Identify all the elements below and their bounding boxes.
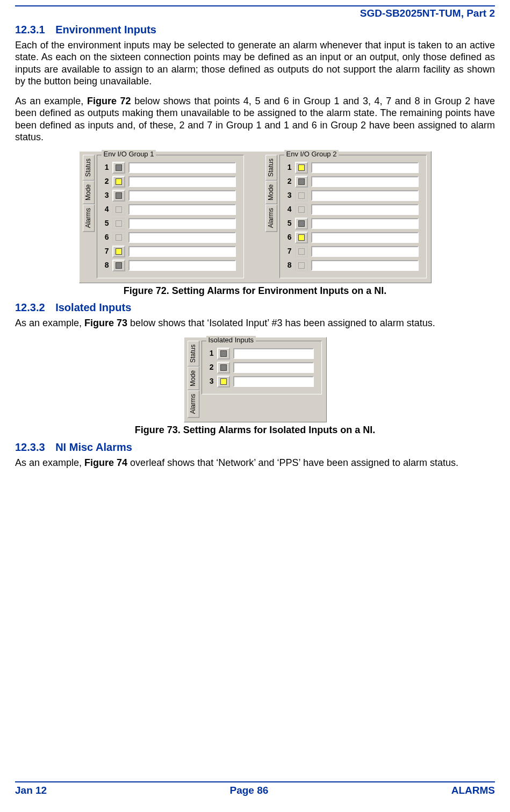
tab-mode[interactable]: Mode bbox=[265, 181, 277, 204]
footer-page: Page 86 bbox=[230, 785, 269, 797]
row-number: 6 bbox=[102, 233, 109, 242]
env-io-group-1: Status Mode Alarms Env I/O Group 1 12345… bbox=[83, 155, 244, 278]
alarm-toggle-button bbox=[295, 246, 308, 257]
io-row: 1 bbox=[102, 162, 236, 174]
alarm-toggle-button[interactable] bbox=[112, 162, 125, 174]
alarm-label-input[interactable] bbox=[128, 204, 236, 215]
alarm-label-input[interactable] bbox=[233, 376, 314, 387]
alarm-label-input[interactable] bbox=[311, 232, 419, 243]
legend-isolated: Isolated Inputs bbox=[206, 336, 256, 344]
alarm-label-input[interactable] bbox=[128, 162, 236, 173]
alarm-label-input[interactable] bbox=[128, 176, 236, 187]
alarm-toggle-button[interactable] bbox=[295, 162, 308, 174]
row-number: 2 bbox=[102, 177, 109, 186]
alarm-toggle-button[interactable] bbox=[295, 176, 308, 188]
alarm-label-input[interactable] bbox=[128, 246, 236, 257]
alarm-toggle-button[interactable] bbox=[217, 376, 230, 387]
section-heading-12-3-2: 12.3.2 Isolated Inputs bbox=[15, 301, 495, 314]
alarm-led-icon bbox=[298, 192, 305, 199]
alarm-led-icon bbox=[298, 220, 305, 227]
legend-group-1: Env I/O Group 1 bbox=[102, 150, 156, 159]
alarm-label-input[interactable] bbox=[128, 260, 236, 271]
tab-mode[interactable]: Mode bbox=[188, 367, 199, 390]
alarm-label-input[interactable] bbox=[233, 348, 314, 359]
section-heading-12-3-1: 12.3.1 Environment Inputs bbox=[15, 23, 495, 36]
alarm-label-input[interactable] bbox=[311, 260, 419, 271]
footer-date: Jan 12 bbox=[15, 785, 47, 797]
footer-rule bbox=[15, 781, 495, 782]
alarm-label-input[interactable] bbox=[311, 218, 419, 229]
tab-status[interactable]: Status bbox=[83, 155, 95, 181]
io-row: 8 bbox=[284, 260, 419, 271]
io-row: 3 bbox=[102, 190, 236, 202]
row-number: 5 bbox=[284, 219, 292, 228]
section-heading-12-3-3: 12.3.3 NI Misc Alarms bbox=[15, 441, 495, 454]
alarm-led-icon bbox=[298, 164, 305, 171]
alarm-label-input[interactable] bbox=[233, 362, 314, 373]
alarm-toggle-button[interactable] bbox=[112, 190, 125, 202]
section-number: 12.3.1 bbox=[15, 24, 45, 35]
alarm-toggle-button bbox=[295, 204, 308, 215]
row-number: 8 bbox=[284, 261, 292, 270]
alarm-label-input[interactable] bbox=[311, 190, 419, 201]
row-number: 3 bbox=[102, 191, 109, 200]
alarm-led-icon bbox=[298, 206, 305, 213]
tab-status[interactable]: Status bbox=[265, 155, 277, 181]
alarm-label-input[interactable] bbox=[311, 162, 419, 173]
tab-status[interactable]: Status bbox=[188, 341, 199, 367]
alarm-toggle-button[interactable] bbox=[217, 348, 230, 360]
row-number: 5 bbox=[102, 219, 109, 228]
figure-73-caption: Figure 73. Setting Alarms for Isolated I… bbox=[15, 425, 495, 436]
tab-mode[interactable]: Mode bbox=[83, 181, 95, 204]
alarm-led-icon bbox=[116, 220, 122, 227]
alarm-toggle-button[interactable] bbox=[112, 260, 125, 271]
paragraph: Each of the environment inputs may be se… bbox=[15, 39, 495, 88]
alarm-toggle-button bbox=[112, 218, 125, 229]
alarm-toggle-button[interactable] bbox=[112, 176, 125, 188]
alarm-label-input[interactable] bbox=[311, 176, 419, 187]
row-number: 4 bbox=[102, 205, 109, 214]
fieldset-group-1: Env I/O Group 1 12345678 bbox=[97, 155, 244, 278]
row-number: 2 bbox=[206, 363, 214, 372]
alarm-label-input[interactable] bbox=[311, 204, 419, 215]
alarm-led-icon bbox=[116, 248, 122, 255]
tab-alarms[interactable]: Alarms bbox=[83, 204, 95, 232]
alarm-toggle-button[interactable] bbox=[217, 362, 230, 373]
vertical-tabs: Status Mode Alarms bbox=[265, 155, 277, 232]
alarm-led-icon bbox=[116, 234, 122, 241]
alarm-toggle-button[interactable] bbox=[112, 246, 125, 257]
tab-alarms[interactable]: Alarms bbox=[265, 204, 277, 232]
alarm-toggle-button[interactable] bbox=[295, 232, 308, 243]
alarm-label-input[interactable] bbox=[128, 218, 236, 229]
paragraph: As an example, Figure 73 below shows tha… bbox=[15, 317, 495, 329]
row-number: 1 bbox=[206, 349, 214, 358]
section-title: Environment Inputs bbox=[55, 24, 156, 35]
section-title: NI Misc Alarms bbox=[55, 441, 132, 453]
vertical-tabs: Status Mode Alarms bbox=[188, 341, 199, 418]
fieldset-isolated: Isolated Inputs 123 bbox=[202, 341, 322, 394]
section-title: Isolated Inputs bbox=[55, 301, 131, 313]
alarm-label-input[interactable] bbox=[311, 246, 419, 257]
row-number: 1 bbox=[102, 163, 109, 172]
figure-72: Status Mode Alarms Env I/O Group 1 12345… bbox=[15, 151, 495, 283]
alarm-label-input[interactable] bbox=[128, 190, 236, 201]
figure-72-caption: Figure 72. Setting Alarms for Environmen… bbox=[15, 285, 495, 297]
alarm-label-input[interactable] bbox=[128, 232, 236, 243]
header-rule bbox=[15, 5, 495, 6]
io-row: 2 bbox=[102, 176, 236, 188]
row-number: 1 bbox=[284, 163, 292, 172]
io-row: 2 bbox=[284, 176, 419, 188]
alarm-toggle-button bbox=[295, 190, 308, 202]
alarm-led-icon bbox=[116, 164, 122, 171]
isolated-inputs-panel: Status Mode Alarms Isolated Inputs 123 bbox=[184, 337, 327, 422]
alarm-led-icon bbox=[116, 262, 122, 269]
tab-alarms[interactable]: Alarms bbox=[188, 390, 199, 418]
alarm-toggle-button[interactable] bbox=[295, 218, 308, 229]
alarm-led-icon bbox=[116, 178, 122, 185]
io-row: 1 bbox=[206, 348, 314, 360]
row-number: 6 bbox=[284, 233, 292, 242]
alarm-led-icon bbox=[298, 248, 305, 255]
footer-section: ALARMS bbox=[451, 785, 495, 797]
io-row: 5 bbox=[102, 218, 236, 229]
legend-group-2: Env I/O Group 2 bbox=[284, 150, 339, 159]
